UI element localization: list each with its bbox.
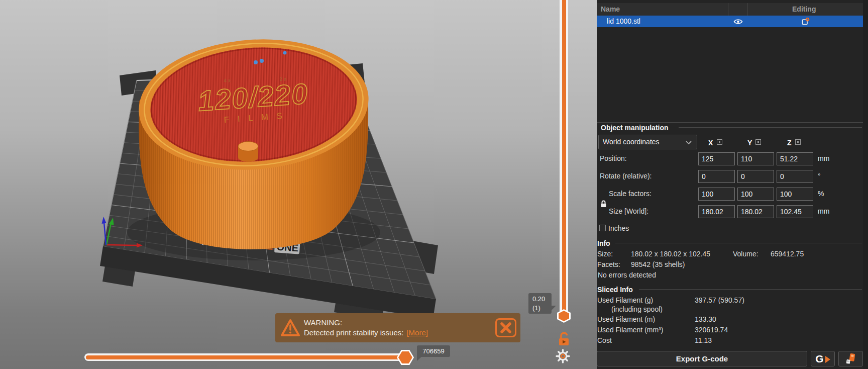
gcode-letter-icon: G: [815, 353, 823, 365]
rotate-unit: °: [818, 172, 821, 180]
rotate-z-input[interactable]: [777, 170, 813, 183]
right-sidebar: Name Editing lid 1000.stl Object manipul…: [597, 0, 868, 369]
axis-header-y: Y: [747, 139, 752, 147]
mirror-y-icon[interactable]: [755, 139, 761, 145]
column-header-editing: Editing: [792, 5, 816, 13]
manipulation-section-title: Object manipulation: [601, 124, 669, 132]
layer-height-value: 0.20: [532, 295, 552, 304]
axis-header-x: X: [708, 139, 713, 147]
size-y-input[interactable]: [737, 205, 774, 218]
close-icon: [497, 320, 515, 336]
position-y-input[interactable]: [737, 152, 774, 165]
warning-text: WARNING: Detected print stability issues…: [304, 318, 428, 338]
axis-header-z: Z: [787, 139, 792, 147]
warning-title: WARNING:: [304, 318, 428, 328]
rotate-x-input[interactable]: [698, 170, 735, 183]
eye-visibility-icon[interactable]: [733, 19, 743, 25]
chevron-down-icon: [686, 141, 692, 145]
info-facets-value: 98542 (35 shells): [631, 260, 685, 268]
layer-slider-track[interactable]: [560, 0, 568, 315]
cost-value: 11.13: [695, 336, 712, 344]
export-gcode-label: Export G-code: [676, 354, 728, 363]
filament-m-label: Used Filament (m): [597, 315, 655, 323]
filament-mm3-value: 320619.74: [695, 326, 728, 334]
size-z-input[interactable]: [777, 205, 813, 218]
filament-mm3-label: Used Filament (mm³): [597, 326, 663, 334]
rotate-y-input[interactable]: [737, 170, 774, 183]
warning-triangle-icon: [280, 319, 300, 337]
position-x-input[interactable]: [698, 152, 735, 165]
position-unit: mm: [818, 154, 829, 162]
size-label: Size [World]:: [609, 207, 648, 215]
object-list-row-selected[interactable]: lid 1000.stl: [597, 16, 865, 27]
info-size-label: Size:: [597, 250, 613, 258]
3d-viewport[interactable]: PRUSA CORE ONE: [0, 0, 597, 369]
warning-close-button[interactable]: [495, 318, 516, 337]
move-value-tooltip: 706659: [417, 345, 450, 357]
unlock-icon[interactable]: [558, 331, 571, 347]
move-value: 706659: [422, 347, 444, 355]
export-to-usb-button[interactable]: [838, 351, 863, 366]
info-facets-label: Facets:: [597, 260, 620, 268]
model-lid[interactable]: 4 x 2 x 120/220 F I L M S: [135, 32, 373, 249]
warning-banner: WARNING: Detected print stability issues…: [275, 313, 520, 342]
inches-label: Inches: [608, 224, 629, 232]
warning-more-link[interactable]: [More]: [406, 328, 428, 337]
filament-m-value: 133.30: [695, 315, 716, 323]
cost-label: Cost: [597, 336, 612, 344]
usb-drive-icon: [845, 353, 857, 365]
column-divider: [728, 3, 728, 16]
export-gcode-button[interactable]: Export G-code: [597, 351, 807, 366]
coordinate-system-value: World coordinates: [603, 138, 660, 146]
move-slider-track[interactable]: [84, 353, 411, 361]
position-z-input[interactable]: [777, 152, 813, 165]
export-gcode-icon-button[interactable]: G: [811, 351, 835, 366]
scale-y-input[interactable]: [737, 188, 774, 201]
info-volume-label: Volume:: [733, 250, 758, 258]
coordinate-system-dropdown[interactable]: World coordinates: [598, 135, 697, 149]
panel-right-strip: [863, 0, 868, 369]
mirror-x-icon[interactable]: [717, 139, 722, 145]
object-list-header: [597, 3, 865, 16]
info-errors-text: No errors detected: [598, 271, 656, 279]
layer-height-tooltip: 0.20 (1): [528, 293, 552, 314]
section-divider: [597, 122, 863, 123]
column-header-name: Name: [601, 5, 620, 13]
uniform-scale-lock-icon[interactable]: [600, 200, 607, 208]
inches-checkbox[interactable]: [599, 225, 606, 231]
settings-gear-icon[interactable]: [556, 349, 570, 363]
section-rule: [679, 127, 862, 128]
scale-x-input[interactable]: [698, 188, 735, 201]
section-rule: [615, 243, 862, 243]
size-x-input[interactable]: [698, 205, 735, 218]
size-unit: mm: [818, 207, 829, 215]
info-section-title: Info: [597, 239, 610, 247]
rotate-label: Rotate (relative):: [600, 172, 652, 180]
mirror-z-icon[interactable]: [795, 139, 801, 145]
scale-unit: %: [818, 190, 824, 198]
object-name: lid 1000.stl: [607, 17, 640, 25]
layer-number: (1): [532, 304, 552, 313]
filament-g-value: 397.57 (590.57): [695, 296, 744, 304]
filament-g-label: Used Filament (g): [597, 296, 653, 304]
position-label: Position:: [600, 154, 627, 162]
info-size-value: 180.02 x 180.02 x 102.45: [631, 250, 710, 258]
lid-knob: [238, 142, 258, 162]
prusaslicer-window: PRUSA CORE ONE: [0, 0, 868, 369]
scale-z-input[interactable]: [777, 188, 813, 201]
edit-object-icon[interactable]: [802, 18, 810, 25]
play-triangle-icon: [825, 356, 830, 363]
info-volume-value: 659412.75: [771, 250, 804, 258]
scale-label: Scale factors:: [609, 190, 652, 198]
section-rule: [639, 289, 862, 290]
column-divider: [747, 3, 747, 16]
warning-message: Detected print stability issues:: [304, 328, 403, 337]
including-spool-label: (including spool): [611, 305, 663, 313]
sliced-info-section-title: Sliced Info: [597, 286, 633, 294]
